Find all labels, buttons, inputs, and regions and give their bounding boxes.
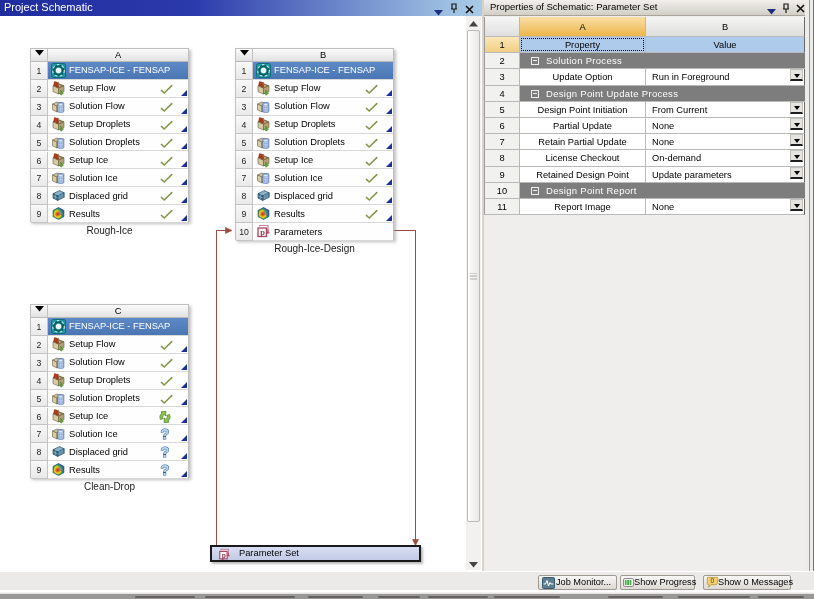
svg-text:p: p — [222, 551, 226, 560]
svg-text:p: p — [260, 227, 265, 237]
svg-text:?: ? — [160, 463, 169, 477]
svg-text:?: ? — [160, 427, 169, 441]
svg-text:0: 0 — [711, 577, 715, 584]
svg-text:?: ? — [160, 445, 169, 459]
